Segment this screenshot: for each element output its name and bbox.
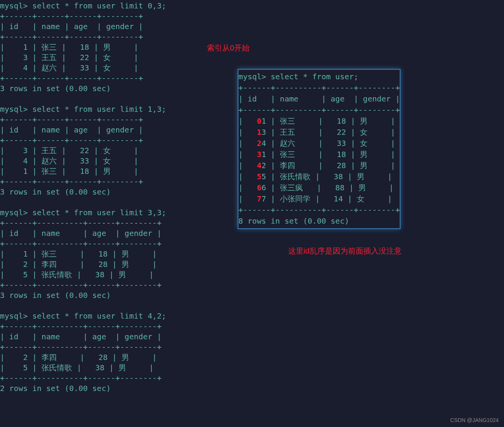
terminal-right: mysql> select * from user; +------+-----… — [238, 69, 401, 229]
watermark: CSDN @JANG1024 — [450, 417, 499, 423]
terminal-left: mysql> select * from user limit 0,3; +--… — [0, 1, 166, 394]
annotation-bottom: 这里id乱序是因为前面插入没注意 — [288, 246, 402, 256]
annotation-top: 索引从0开始 — [207, 43, 250, 53]
